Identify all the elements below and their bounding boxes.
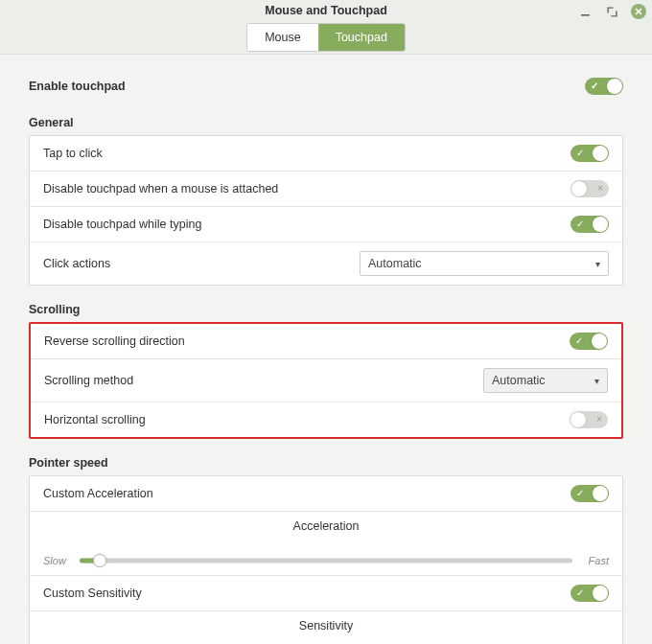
row-disable-mouse: Disable touchpad when a mouse is attache… <box>30 172 622 207</box>
custom-accel-toggle[interactable]: ✓ <box>570 485 609 502</box>
enable-touchpad-label: Enable touchpad <box>29 80 126 93</box>
sens-slider-title: Sensitivity <box>43 619 609 632</box>
window-controls <box>577 4 646 19</box>
horizontal-scroll-label: Horizontal scrolling <box>44 413 556 426</box>
check-icon: ✓ <box>591 81 598 91</box>
close-button[interactable] <box>631 4 646 19</box>
row-scrolling-method: Scrolling method Automatic ▾ <box>31 359 621 402</box>
row-custom-sens: Custom Sensitivity ✓ <box>30 576 622 611</box>
row-sens-slider: Sensitivity Low High <box>30 611 622 644</box>
tab-bar: Mouse Touchpad <box>246 23 406 52</box>
disable-typing-label: Disable touchpad while typing <box>43 218 557 231</box>
horizontal-scroll-toggle[interactable]: × <box>570 411 608 428</box>
scrolling-method-value: Automatic <box>492 374 546 387</box>
window: Mouse and Touchpad Mouse Touchpad Enable… <box>0 0 652 644</box>
tab-mouse[interactable]: Mouse <box>247 24 318 51</box>
scrolling-method-dropdown[interactable]: Automatic ▾ <box>483 368 608 393</box>
row-click-actions: Click actions Automatic ▾ <box>30 242 622 285</box>
reverse-scroll-label: Reverse scrolling direction <box>44 334 556 348</box>
section-pointer-title: Pointer speed <box>29 456 623 470</box>
check-icon: ✓ <box>576 588 584 598</box>
click-actions-dropdown[interactable]: Automatic ▾ <box>360 251 609 276</box>
disable-typing-toggle[interactable]: ✓ <box>570 216 609 233</box>
disable-mouse-toggle[interactable]: × <box>570 180 609 197</box>
content-area: Enable touchpad ✓ General Tap to click ✓… <box>0 54 652 644</box>
accel-slider[interactable] <box>80 554 572 567</box>
tap-to-click-label: Tap to click <box>43 147 557 160</box>
chevron-down-icon: ▾ <box>594 376 599 386</box>
panel-scrolling: Reverse scrolling direction ✓ Scrolling … <box>29 322 623 439</box>
chevron-down-icon: ▾ <box>595 259 600 269</box>
disable-mouse-label: Disable touchpad when a mouse is attache… <box>43 182 557 196</box>
row-disable-typing: Disable touchpad while typing ✓ <box>30 207 622 242</box>
click-actions-label: Click actions <box>43 257 346 270</box>
maximize-button[interactable] <box>604 4 619 19</box>
enable-touchpad-toggle[interactable]: ✓ <box>585 78 623 95</box>
titlebar: Mouse and Touchpad Mouse Touchpad <box>0 0 652 54</box>
check-icon: ✓ <box>576 149 584 158</box>
panel-general: Tap to click ✓ Disable touchpad when a m… <box>29 135 623 286</box>
custom-accel-label: Custom Acceleration <box>43 487 557 500</box>
tab-touchpad[interactable]: Touchpad <box>318 24 405 51</box>
accel-high-label: Fast <box>580 555 609 566</box>
row-tap-to-click: Tap to click ✓ <box>30 136 622 172</box>
row-custom-accel: Custom Acceleration ✓ <box>30 476 622 512</box>
accel-slider-title: Acceleration <box>43 519 609 533</box>
row-horizontal-scroll: Horizontal scrolling × <box>31 402 621 437</box>
enable-touchpad-row: Enable touchpad ✓ <box>29 76 623 99</box>
check-icon: ✓ <box>576 219 584 229</box>
row-accel-slider: Acceleration Slow Fast <box>30 512 622 576</box>
row-reverse-scroll: Reverse scrolling direction ✓ <box>31 324 621 359</box>
panel-pointer: Custom Acceleration ✓ Acceleration Slow … <box>29 475 623 644</box>
section-scrolling-title: Scrolling <box>29 303 623 316</box>
click-actions-value: Automatic <box>368 257 422 270</box>
check-icon: ✓ <box>576 489 584 498</box>
accel-thumb <box>93 554 106 567</box>
reverse-scroll-toggle[interactable]: ✓ <box>570 333 608 350</box>
custom-sens-toggle[interactable]: ✓ <box>570 585 609 602</box>
check-icon: ✓ <box>575 336 583 346</box>
tap-to-click-toggle[interactable]: ✓ <box>570 145 609 162</box>
x-icon: × <box>597 184 603 194</box>
window-title: Mouse and Touchpad <box>265 4 387 17</box>
accel-low-label: Slow <box>43 555 72 566</box>
custom-sens-label: Custom Sensitivity <box>43 586 557 600</box>
section-general-title: General <box>29 116 623 129</box>
scrolling-method-label: Scrolling method <box>44 374 470 387</box>
x-icon: × <box>596 415 602 425</box>
minimize-button[interactable] <box>577 4 593 19</box>
